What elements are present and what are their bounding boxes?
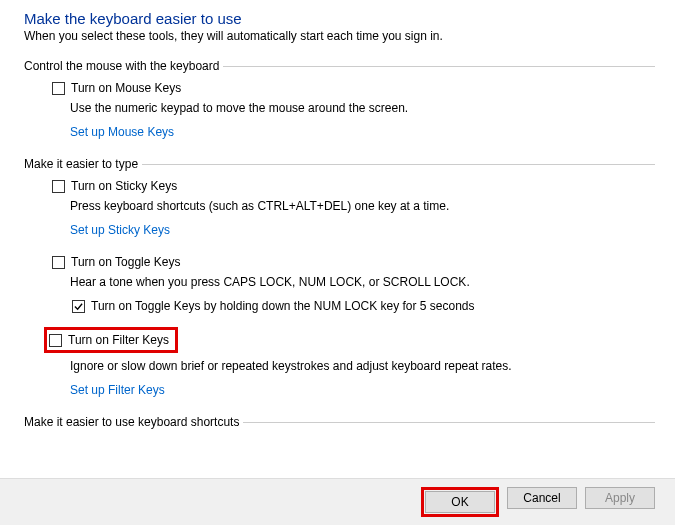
toggle-keys-sub-row[interactable]: Turn on Toggle Keys by holding down the … — [72, 299, 655, 313]
toggle-keys-row[interactable]: Turn on Toggle Keys — [52, 255, 655, 269]
toggle-keys-sub-label: Turn on Toggle Keys by holding down the … — [91, 299, 475, 313]
toggle-keys-sub-checkbox[interactable] — [72, 300, 85, 313]
group-type-header: Make it easier to type — [24, 157, 655, 171]
ok-button[interactable]: OK — [425, 491, 495, 513]
sticky-keys-desc: Press keyboard shortcuts (such as CTRL+A… — [70, 199, 655, 213]
mouse-keys-checkbox[interactable] — [52, 82, 65, 95]
toggle-keys-checkbox[interactable] — [52, 256, 65, 269]
sticky-keys-checkbox[interactable] — [52, 180, 65, 193]
page-title: Make the keyboard easier to use — [24, 10, 655, 27]
group-mouse-header-label: Control the mouse with the keyboard — [24, 59, 219, 73]
apply-button[interactable]: Apply — [585, 487, 655, 509]
group-shortcuts-header: Make it easier to use keyboard shortcuts — [24, 415, 655, 429]
group-mouse: Control the mouse with the keyboard Turn… — [24, 59, 655, 139]
cancel-button[interactable]: Cancel — [507, 487, 577, 509]
mouse-keys-link[interactable]: Set up Mouse Keys — [70, 125, 655, 139]
toggle-keys-desc: Hear a tone when you press CAPS LOCK, NU… — [70, 275, 655, 289]
divider — [243, 422, 655, 423]
group-shortcuts: Make it easier to use keyboard shortcuts — [24, 415, 655, 429]
page-subtitle: When you select these tools, they will a… — [24, 29, 655, 43]
button-bar: OK Cancel Apply — [0, 478, 675, 525]
mouse-keys-desc: Use the numeric keypad to move the mouse… — [70, 101, 655, 115]
sticky-keys-row[interactable]: Turn on Sticky Keys — [52, 179, 655, 193]
divider — [223, 66, 655, 67]
filter-keys-label: Turn on Filter Keys — [68, 333, 169, 347]
group-mouse-header: Control the mouse with the keyboard — [24, 59, 655, 73]
divider — [142, 164, 655, 165]
group-shortcuts-header-label: Make it easier to use keyboard shortcuts — [24, 415, 239, 429]
filter-keys-desc: Ignore or slow down brief or repeated ke… — [70, 359, 655, 373]
filter-keys-highlight: Turn on Filter Keys — [44, 327, 178, 353]
filter-keys-link[interactable]: Set up Filter Keys — [70, 383, 655, 397]
mouse-keys-row[interactable]: Turn on Mouse Keys — [52, 81, 655, 95]
ok-button-highlight: OK — [421, 487, 499, 517]
group-type: Make it easier to type Turn on Sticky Ke… — [24, 157, 655, 397]
group-type-header-label: Make it easier to type — [24, 157, 138, 171]
filter-keys-checkbox[interactable] — [49, 334, 62, 347]
sticky-keys-label: Turn on Sticky Keys — [71, 179, 177, 193]
sticky-keys-link[interactable]: Set up Sticky Keys — [70, 223, 655, 237]
mouse-keys-label: Turn on Mouse Keys — [71, 81, 181, 95]
toggle-keys-label: Turn on Toggle Keys — [71, 255, 180, 269]
